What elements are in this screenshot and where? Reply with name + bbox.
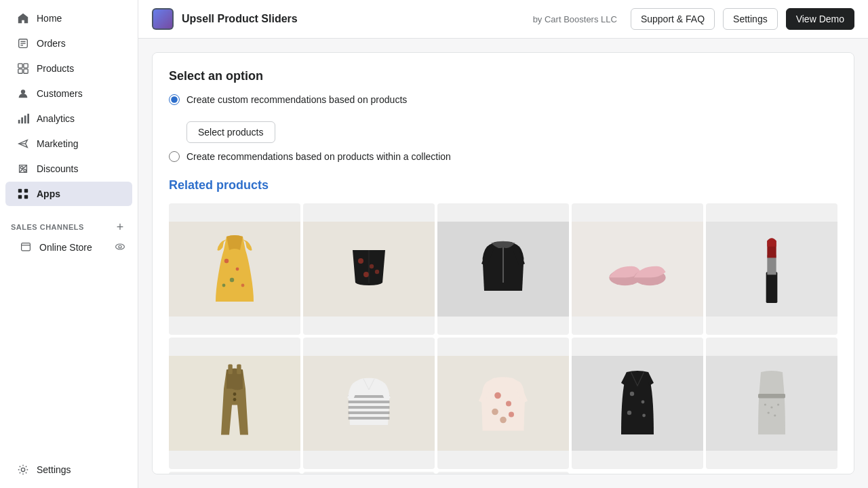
radio-option-2[interactable]: Create recommendations based on products… xyxy=(169,151,837,162)
svg-rect-12 xyxy=(27,114,29,123)
svg-rect-18 xyxy=(24,189,28,192)
svg-point-51 xyxy=(494,392,501,399)
product-item[interactable] xyxy=(169,338,300,469)
svg-point-24 xyxy=(119,245,121,248)
svg-point-26 xyxy=(224,259,229,263)
svg-point-29 xyxy=(241,284,245,287)
support-faq-button[interactable]: Support & FAQ xyxy=(631,8,715,30)
sidebar-label: Marketing xyxy=(37,138,78,149)
header-byline: by Cart Boosters LLC xyxy=(533,14,617,24)
radio-option-1-input[interactable] xyxy=(169,94,180,105)
apps-icon xyxy=(16,187,30,201)
sidebar-label: Apps xyxy=(37,188,60,199)
radio-option-1-label: Create custom recommendations based on p… xyxy=(186,94,407,105)
marketing-icon xyxy=(16,137,30,150)
svg-rect-6 xyxy=(18,69,22,73)
svg-rect-45 xyxy=(237,364,241,373)
online-store-icon xyxy=(19,241,33,254)
product-item[interactable] xyxy=(303,472,435,474)
svg-point-25 xyxy=(21,468,24,471)
sidebar-item-products[interactable]: Products xyxy=(5,56,132,81)
svg-point-8 xyxy=(21,89,25,94)
app-header: Upsell Product Sliders by Cart Boosters … xyxy=(138,0,868,39)
svg-rect-11 xyxy=(24,116,26,124)
sidebar-item-settings[interactable]: Settings xyxy=(5,458,132,482)
settings-icon xyxy=(16,463,30,476)
svg-point-65 xyxy=(774,414,776,416)
radio-option-1[interactable]: Create custom recommendations based on p… xyxy=(169,94,837,105)
svg-point-32 xyxy=(370,264,374,268)
svg-point-54 xyxy=(509,411,514,417)
sidebar-item-analytics[interactable]: Analytics xyxy=(5,106,132,131)
svg-point-30 xyxy=(222,284,226,287)
svg-point-62 xyxy=(770,406,772,408)
sidebar-item-orders[interactable]: Orders xyxy=(5,31,132,56)
svg-point-31 xyxy=(358,258,363,264)
svg-point-59 xyxy=(642,414,646,418)
sidebar-label: Orders xyxy=(37,38,66,49)
product-item[interactable] xyxy=(303,203,435,335)
sidebar-item-home[interactable]: Home xyxy=(5,6,132,30)
product-item[interactable] xyxy=(572,203,703,335)
svg-point-34 xyxy=(375,270,379,274)
sidebar-item-marketing[interactable]: Marketing xyxy=(5,131,132,156)
sidebar-item-apps[interactable]: Apps xyxy=(5,182,132,206)
sidebar-label: Home xyxy=(37,13,62,24)
svg-point-56 xyxy=(630,392,634,396)
svg-point-15 xyxy=(24,169,26,172)
related-products-section: Related products xyxy=(169,178,837,474)
svg-rect-47 xyxy=(349,401,390,403)
product-item[interactable] xyxy=(169,203,300,335)
discounts-icon xyxy=(16,162,30,176)
online-store-label: Online Store xyxy=(39,242,92,253)
orders-icon xyxy=(16,37,30,50)
sales-channels-header: SALES CHANNELS + xyxy=(0,212,138,237)
svg-point-43 xyxy=(233,398,237,401)
add-sales-channel-button[interactable]: + xyxy=(113,220,127,234)
sidebar-label: Products xyxy=(37,63,74,74)
product-item[interactable] xyxy=(303,338,435,469)
customers-icon xyxy=(16,87,30,100)
sidebar-item-online-store[interactable]: Online Store xyxy=(0,237,138,258)
main-card: Select an option Create custom recommend… xyxy=(152,52,854,474)
product-item[interactable] xyxy=(437,203,569,335)
sidebar-item-discounts[interactable]: Discounts xyxy=(5,157,132,181)
radio-option-2-input[interactable] xyxy=(169,151,180,162)
select-option-section: Select an option Create custom recommend… xyxy=(169,69,837,162)
svg-point-33 xyxy=(363,272,369,277)
svg-rect-49 xyxy=(349,411,390,414)
select-option-title: Select an option xyxy=(169,69,837,83)
svg-point-61 xyxy=(764,403,766,405)
svg-point-58 xyxy=(627,411,631,415)
svg-rect-10 xyxy=(21,117,23,123)
products-grid xyxy=(169,203,837,474)
view-demo-button[interactable]: View Demo xyxy=(786,8,854,30)
product-item[interactable] xyxy=(706,203,837,335)
svg-rect-40 xyxy=(767,255,776,274)
sidebar-label: Customers xyxy=(37,88,83,99)
svg-rect-44 xyxy=(228,364,232,373)
product-item[interactable] xyxy=(169,472,300,474)
svg-rect-7 xyxy=(24,69,28,73)
product-item[interactable] xyxy=(437,472,569,474)
settings-button[interactable]: Settings xyxy=(723,8,778,30)
content-area: Select an option Create custom recommend… xyxy=(138,39,868,488)
product-item[interactable] xyxy=(437,338,569,469)
svg-point-42 xyxy=(233,392,237,396)
online-store-eye-button[interactable] xyxy=(113,241,127,254)
sidebar-item-customers[interactable]: Customers xyxy=(5,81,132,106)
product-item[interactable] xyxy=(572,338,703,469)
radio-group: Create custom recommendations based on p… xyxy=(169,94,837,162)
svg-point-52 xyxy=(506,401,511,406)
svg-point-55 xyxy=(500,416,507,423)
svg-point-53 xyxy=(492,408,498,415)
svg-point-23 xyxy=(116,244,125,249)
svg-point-28 xyxy=(230,278,234,282)
home-icon xyxy=(16,12,30,25)
svg-rect-39 xyxy=(766,272,778,303)
select-products-button[interactable]: Select products xyxy=(186,121,275,143)
svg-point-14 xyxy=(20,166,23,169)
product-item[interactable] xyxy=(706,338,837,469)
svg-point-64 xyxy=(768,411,770,413)
svg-rect-50 xyxy=(349,417,390,420)
